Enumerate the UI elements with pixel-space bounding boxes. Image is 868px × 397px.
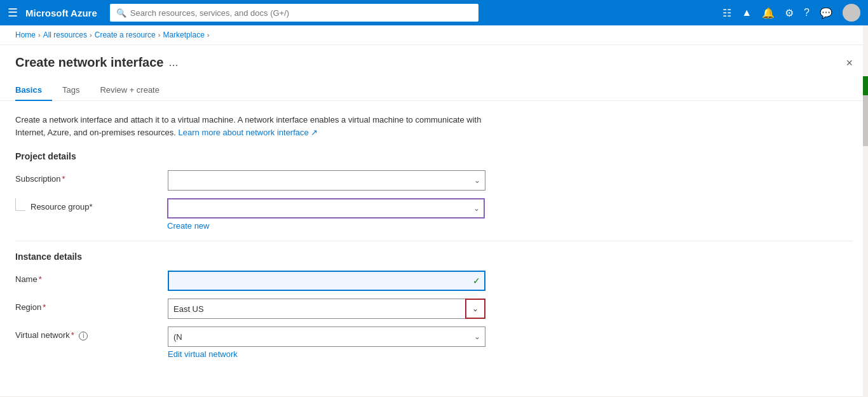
create-new-rg-link[interactable]: Create new [167,221,209,231]
region-select[interactable]: East US [168,299,485,319]
search-input[interactable] [130,8,472,18]
page-header: Create network interface ... × [0,45,868,70]
tabs: Basics Tags Review + create [0,80,868,101]
vnet-required: * [71,330,74,340]
avatar[interactable] [843,4,860,22]
search-icon: 🔍 [116,8,126,18]
breadcrumb-all-resources[interactable]: All resources [43,30,87,39]
description-text: Create a network interface and attach it… [15,114,498,138]
region-required: * [43,302,46,312]
rg-required: * [90,202,93,212]
breadcrumb-sep-2: › [90,31,92,39]
resource-group-select[interactable] [167,198,485,219]
resource-group-select-wrapper: ⌄ [167,198,485,219]
search-bar[interactable]: 🔍 [110,4,478,22]
scrollbar-green-indicator [863,76,868,95]
instance-details-title: Instance details [15,252,853,262]
subscription-required: * [62,174,65,184]
vnet-select[interactable]: (N [168,326,485,347]
feedback-icon[interactable]: 💬 [820,7,832,19]
breadcrumb-sep-4: › [207,31,210,39]
name-control: ✓ [168,271,524,291]
region-label: Region* [15,299,168,312]
name-row: Name* ✓ [15,271,524,291]
resource-group-control: ⌄ Create new [167,198,524,231]
page-title: Create network interface [15,55,163,70]
subscription-row: Subscription* ⌄ [15,170,524,191]
region-row: Region* East US ⌄ [15,299,524,319]
resource-group-row: Resource group* ⌄ Create new [15,198,524,231]
breadcrumb: Home › All resources › Create a resource… [0,25,868,45]
tab-tags[interactable]: Tags [52,80,90,101]
topnav: ☰ Microsoft Azure 🔍 ☷ ▲ 🔔 ⚙ ? 💬 [0,0,868,25]
main-container: Create network interface ... × Basics Ta… [0,45,868,396]
subscription-label: Subscription* [15,170,168,184]
grid-icon[interactable]: ☷ [722,7,731,19]
breadcrumb-marketplace[interactable]: Marketplace [163,30,204,39]
tab-basics[interactable]: Basics [15,80,52,101]
vnet-info-icon[interactable]: i [79,332,88,340]
breadcrumb-sep-1: › [38,31,41,39]
section-divider [15,241,853,241]
breadcrumb-sep-3: › [158,31,161,39]
scrollbar-track [863,25,868,397]
external-link-icon: ↗ [311,128,318,137]
scrollbar-thumb[interactable] [863,95,868,146]
name-input[interactable] [168,271,485,291]
help-icon[interactable]: ? [804,7,810,18]
close-button[interactable]: × [846,57,853,69]
name-label: Name* [15,271,168,284]
indent-content: Resource group* ⌄ Create new [31,198,524,231]
bell-icon[interactable]: 🔔 [762,7,775,19]
brand-logo: Microsoft Azure [25,8,97,18]
indent-connector [15,198,25,211]
breadcrumb-home[interactable]: Home [15,30,36,39]
breadcrumb-create-resource[interactable]: Create a resource [95,30,156,39]
project-details-title: Project details [15,151,853,161]
page-title-row: Create network interface ... [15,55,178,70]
region-select-wrapper: East US ⌄ [168,299,485,319]
cloud-upload-icon[interactable]: ▲ [742,7,752,18]
resource-group-label: Resource group* [31,198,167,212]
subscription-select[interactable] [168,170,485,191]
tab-review-create[interactable]: Review + create [90,80,170,101]
region-control: East US ⌄ [168,299,524,319]
form-area: Create a network interface and attach it… [0,101,868,396]
vnet-control: (N ⌄ Edit virtual network [168,326,524,359]
name-input-wrapper: ✓ [168,271,485,291]
subscription-control: ⌄ [168,170,524,191]
checkmark-icon: ✓ [473,276,480,286]
vnet-label: Virtual network* i [15,326,168,340]
subscription-select-wrapper: ⌄ [168,170,485,191]
gear-icon[interactable]: ⚙ [785,7,794,19]
topnav-icons: ☷ ▲ 🔔 ⚙ ? 💬 [722,4,860,22]
learn-more-link[interactable]: Learn more about network interface ↗ [179,128,318,137]
page-options-icon[interactable]: ... [168,56,178,69]
hamburger-icon[interactable]: ☰ [8,6,18,20]
vnet-row: Virtual network* i (N ⌄ Edit virtual net… [15,326,524,359]
vnet-select-wrapper: (N ⌄ [168,326,485,347]
name-required: * [39,274,42,284]
edit-vnet-link[interactable]: Edit virtual network [168,349,238,359]
